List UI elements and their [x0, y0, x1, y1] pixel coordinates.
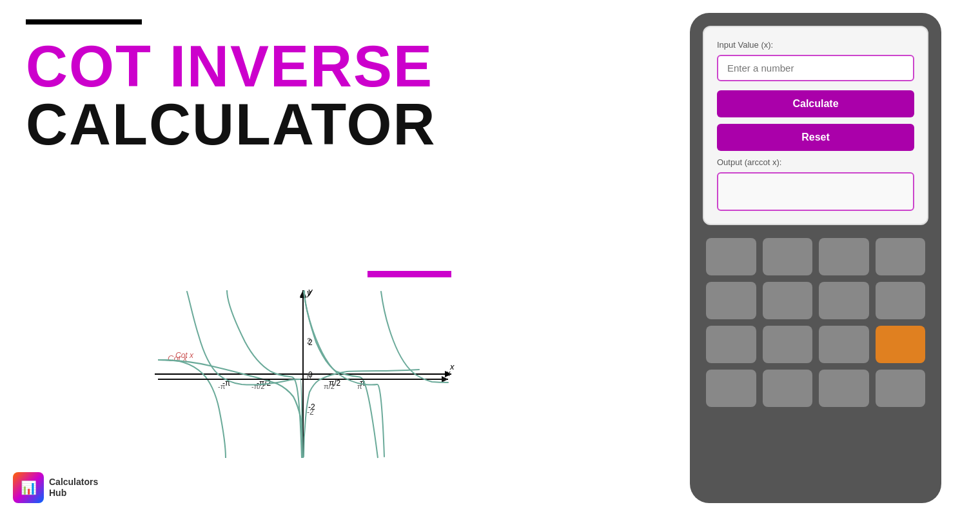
- output-label: Output (arccot x):: [717, 157, 914, 167]
- svg-text:-π/2: -π/2: [251, 382, 264, 390]
- logo: 📊 Calculators Hub: [13, 472, 98, 503]
- svg-text:y: y: [306, 288, 312, 297]
- logo-icon: 📊: [13, 472, 44, 503]
- key-5[interactable]: [706, 282, 756, 319]
- key-14[interactable]: [763, 370, 813, 407]
- logo-text: Calculators Hub: [49, 477, 98, 499]
- purple-accent-bar: [368, 271, 451, 277]
- key-1[interactable]: [706, 238, 756, 275]
- key-9[interactable]: [706, 326, 756, 363]
- top-bar-decoration: [26, 19, 142, 25]
- logo-name-line1: Calculators: [49, 477, 98, 488]
- svg-text:0: 0: [307, 372, 311, 381]
- reset-button[interactable]: Reset: [717, 124, 914, 151]
- title-cot: COT INVERSE: [26, 37, 477, 95]
- calculator-device: Input Value (x): Calculate Reset Output …: [690, 13, 941, 503]
- svg-text:π/2: π/2: [324, 382, 335, 390]
- output-field: [717, 172, 914, 211]
- key-13[interactable]: [706, 370, 756, 407]
- key-7[interactable]: [819, 282, 869, 319]
- left-section: COT INVERSE CALCULATOR: [26, 19, 477, 154]
- key-15[interactable]: [819, 370, 869, 407]
- key-4[interactable]: [876, 238, 926, 275]
- cot-graph: x y 2 0 -2 -π -π/2 π/2 π Cot x: [148, 277, 458, 471]
- key-10[interactable]: [763, 326, 813, 363]
- key-6[interactable]: [763, 282, 813, 319]
- svg-marker-17: [300, 292, 306, 298]
- calculator-screen: Input Value (x): Calculate Reset Output …: [703, 26, 928, 225]
- keypad: [703, 238, 928, 407]
- svg-text:Cot x: Cot x: [175, 351, 194, 360]
- key-8[interactable]: [876, 282, 926, 319]
- logo-name-line2: Hub: [49, 488, 98, 499]
- key-11[interactable]: [819, 326, 869, 363]
- key-orange[interactable]: [876, 326, 926, 363]
- key-3[interactable]: [819, 238, 869, 275]
- svg-text:x: x: [446, 368, 451, 378]
- title-calculator: CALCULATOR: [26, 95, 477, 154]
- svg-text:2: 2: [307, 337, 311, 346]
- key-16[interactable]: [876, 370, 926, 407]
- number-input[interactable]: [717, 55, 914, 81]
- key-2[interactable]: [763, 238, 813, 275]
- calculate-button[interactable]: Calculate: [717, 90, 914, 117]
- svg-text:-2: -2: [307, 408, 314, 417]
- svg-text:-π: -π: [218, 382, 226, 390]
- input-value-label: Input Value (x):: [717, 40, 914, 50]
- graph-overlay: x y 2 0 -2 -π -π/2 π/2 π Cot x: [148, 277, 458, 471]
